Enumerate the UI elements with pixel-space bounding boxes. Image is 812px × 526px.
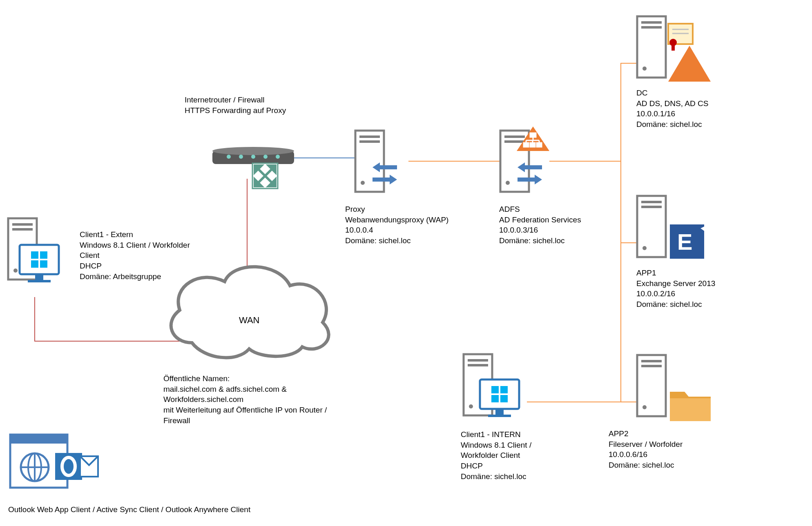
client-int-icon [0,0,812,526]
client-int-label: Client1 - INTERN Windows 8.1 Client / Wo… [461,429,531,482]
